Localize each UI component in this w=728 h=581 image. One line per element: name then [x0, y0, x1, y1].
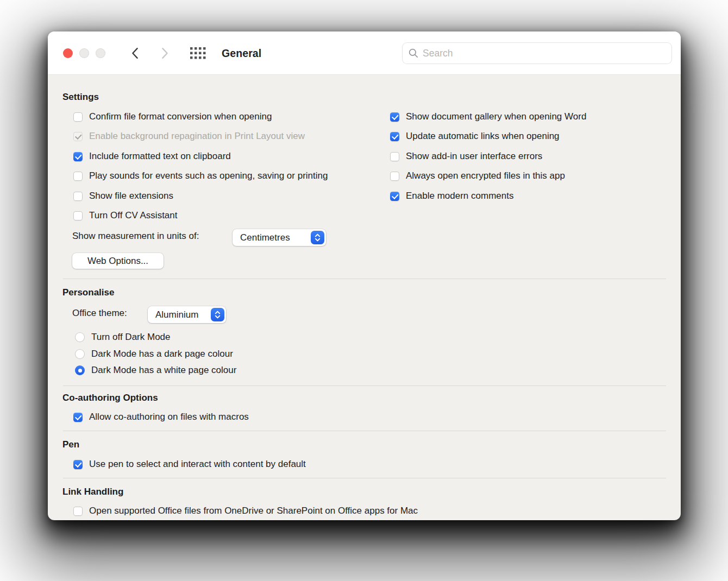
preferences-window: General Settings Confirm file format con…	[48, 31, 681, 520]
checkbox-row: Always open encrypted files in this app	[390, 170, 565, 181]
checkbox[interactable]	[73, 112, 83, 122]
measurement-units-dropdown[interactable]: Centimetres	[233, 229, 326, 246]
stepper-icon	[311, 231, 324, 244]
title-bar: General	[48, 31, 681, 75]
checkbox-label: Use pen to select and interact with cont…	[89, 459, 306, 470]
checkbox-label: Always open encrypted files in this app	[406, 170, 565, 181]
checkbox-row: Show file extensions	[73, 191, 173, 201]
radio-label: Turn off Dark Mode	[91, 332, 171, 343]
checkbox-label: Show add-in user interface errors	[406, 151, 542, 162]
radio-row: Turn off Dark Mode	[75, 332, 171, 343]
checkbox[interactable]	[390, 132, 399, 141]
link-handling-heading: Link Handling	[62, 487, 123, 497]
checkbox-label: Enable modern comments	[406, 191, 513, 201]
checkbox	[73, 132, 83, 141]
chevron-left-icon	[131, 47, 139, 59]
dropdown-value: Aluminium	[155, 310, 198, 320]
checkbox-label: Update automatic links when opening	[406, 131, 560, 142]
checkbox-row: Play sounds for events such as opening, …	[73, 170, 328, 181]
checkbox[interactable]	[73, 192, 83, 201]
checkbox[interactable]	[73, 211, 83, 220]
checkbox[interactable]	[73, 460, 83, 469]
chevron-right-icon	[161, 47, 168, 59]
checkbox[interactable]	[390, 192, 399, 201]
checkbox-label: Confirm file format conversion when open…	[89, 111, 272, 122]
section-divider	[63, 431, 666, 431]
checkbox-label: Turn Off CV Assistant	[89, 210, 178, 221]
search-icon	[409, 48, 418, 58]
radio-label: Dark Mode has a dark page colour	[91, 349, 233, 359]
settings-heading: Settings	[62, 92, 99, 103]
checkbox-row: Use pen to select and interact with cont…	[73, 459, 306, 470]
radio-label: Dark Mode has a white page colour	[91, 365, 236, 376]
checkbox-label: Show document gallery when opening Word	[406, 111, 586, 122]
zoom-window-button[interactable]	[96, 48, 105, 58]
radio-row: Dark Mode has a white page colour	[75, 365, 236, 376]
forward-button[interactable]	[158, 47, 171, 60]
checkbox-row: Confirm file format conversion when open…	[73, 111, 272, 122]
checkbox-row: Enable modern comments	[390, 191, 513, 201]
page-title: General	[222, 46, 261, 60]
checkbox-label: Show file extensions	[89, 191, 173, 201]
checkbox-label: Allow co-authoring on files with macros	[89, 412, 249, 422]
stepper-icon	[211, 308, 224, 321]
radio-button[interactable]	[75, 349, 85, 359]
checkbox-label: Play sounds for events such as opening, …	[89, 170, 328, 181]
office-theme-label: Office theme:	[72, 308, 127, 319]
radio-row: Dark Mode has a dark page colour	[75, 349, 233, 359]
dots-grid-icon	[190, 47, 206, 59]
measurement-units-label: Show measurement in units of:	[72, 231, 199, 242]
web-options-button-label: Web Options...	[87, 256, 148, 267]
section-divider	[63, 386, 666, 386]
checkbox-row: Include formatted text on clipboard	[73, 151, 231, 162]
checkbox-row: Enable background repagination in Print …	[73, 131, 305, 142]
show-all-preferences-button[interactable]	[190, 46, 208, 60]
close-window-button[interactable]	[63, 48, 73, 58]
radio-button[interactable]	[75, 332, 85, 342]
checkbox-row: Allow co-authoring on files with macros	[73, 412, 249, 422]
back-button[interactable]	[128, 47, 141, 60]
checkbox-row: Show add-in user interface errors	[390, 151, 542, 162]
section-divider	[63, 478, 666, 478]
coauthoring-heading: Co-authoring Options	[62, 393, 158, 403]
checkbox-label: Enable background repagination in Print …	[89, 131, 305, 142]
checkbox-label: Include formatted text on clipboard	[89, 151, 231, 162]
checkbox-row: Show document gallery when opening Word	[390, 111, 586, 122]
desktop-background: General Settings Confirm file format con…	[0, 0, 728, 581]
checkbox[interactable]	[73, 507, 83, 516]
checkbox-row: Turn Off CV Assistant	[73, 210, 178, 221]
checkbox-label: Open supported Office files from OneDriv…	[89, 506, 418, 516]
checkbox[interactable]	[390, 152, 399, 161]
checkbox[interactable]	[390, 172, 399, 181]
search-input[interactable]	[423, 48, 666, 59]
checkbox[interactable]	[73, 152, 83, 161]
search-field[interactable]	[402, 42, 672, 64]
measurement-units-row: Show measurement in units of:	[72, 231, 199, 242]
minimize-window-button[interactable]	[79, 48, 89, 58]
radio-button[interactable]	[75, 365, 85, 375]
checkbox[interactable]	[73, 413, 83, 422]
office-theme-dropdown[interactable]: Aluminium	[148, 306, 226, 323]
checkbox-row: Update automatic links when opening	[390, 131, 560, 142]
section-divider	[63, 279, 666, 279]
office-theme-row: Office theme:	[72, 308, 127, 319]
checkbox-row: Open supported Office files from OneDriv…	[73, 506, 418, 516]
checkbox[interactable]	[73, 172, 83, 181]
pen-heading: Pen	[62, 439, 79, 450]
checkbox[interactable]	[390, 112, 399, 122]
dropdown-value: Centimetres	[240, 232, 290, 243]
personalise-heading: Personalise	[62, 287, 114, 298]
web-options-button[interactable]: Web Options...	[72, 253, 164, 269]
